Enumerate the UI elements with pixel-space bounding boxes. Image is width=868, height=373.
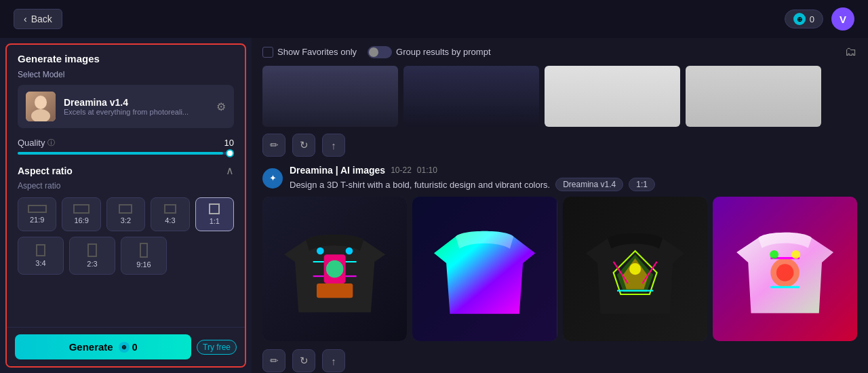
ratio-grid-row1: 21:9 16:9 3:2 4:3 1:1 bbox=[18, 197, 234, 231]
show-favorites-toggle[interactable]: Show Favorites only bbox=[262, 47, 357, 58]
main-layout: Generate images Select Model bbox=[0, 38, 868, 373]
credits-count: 0 bbox=[810, 14, 814, 24]
action-row-bottom: ✏ ↻ ↑ bbox=[262, 349, 857, 372]
edit-button-bottom[interactable]: ✏ bbox=[262, 349, 285, 372]
action-row-top: ✏ ↻ ↑ bbox=[262, 134, 857, 157]
strip-image-4[interactable] bbox=[686, 66, 821, 127]
try-free-tag[interactable]: Try free bbox=[197, 340, 237, 355]
upload-button-bottom[interactable]: ↑ bbox=[322, 349, 345, 372]
generate-label: Generate bbox=[69, 341, 113, 353]
toolbar-left: Show Favorites only Group results by pro… bbox=[262, 46, 491, 58]
topbar: ‹ Back ⊕ 0 V bbox=[0, 0, 868, 38]
ratio-btn-3:2[interactable]: 3:2 bbox=[106, 197, 145, 231]
grid-image-3[interactable] bbox=[563, 197, 707, 341]
svg-point-5 bbox=[326, 260, 344, 278]
left-panel: Generate images Select Model bbox=[5, 43, 246, 368]
ratio-btn-4:3[interactable]: 4:3 bbox=[151, 197, 189, 231]
prompt-source: Dreamina | AI images bbox=[290, 165, 385, 176]
credits-badge: ⊕ 0 bbox=[785, 9, 823, 28]
refresh-button-bottom[interactable]: ↻ bbox=[292, 349, 315, 372]
svg-point-24 bbox=[776, 264, 794, 281]
edit-button[interactable]: ✏ bbox=[262, 134, 285, 157]
svg-rect-10 bbox=[317, 283, 353, 298]
svg-point-28 bbox=[791, 250, 800, 259]
back-label: Back bbox=[31, 14, 52, 24]
panel-content: Select Model bbox=[7, 70, 245, 327]
ratio-btn-21:9[interactable]: 21:9 bbox=[18, 197, 56, 231]
generate-bar: Generate ⊕ 0 Try free bbox=[7, 327, 245, 366]
folder-button[interactable]: 🗂 bbox=[845, 45, 857, 59]
grid-image-1[interactable] bbox=[262, 197, 407, 341]
back-arrow-icon: ‹ bbox=[24, 14, 27, 24]
ratio-btn-2:3[interactable]: 2:3 bbox=[69, 237, 115, 275]
aspect-ratio-title: Aspect ratio bbox=[18, 165, 73, 176]
ratio-btn-1:1[interactable]: 1:1 bbox=[195, 197, 234, 231]
upload-button[interactable]: ↑ bbox=[322, 134, 345, 157]
svg-point-1 bbox=[35, 96, 47, 109]
ratio-btn-3:4[interactable]: 3:4 bbox=[18, 237, 64, 275]
ratio-badge: 1:1 bbox=[629, 178, 655, 191]
ai-avatar: ✦ bbox=[262, 168, 283, 189]
model-description: Excels at everything from photoreali... bbox=[64, 108, 208, 116]
topbar-right: ⊕ 0 V bbox=[785, 7, 854, 31]
avatar[interactable]: V bbox=[831, 7, 854, 31]
panel-title: Generate images bbox=[7, 45, 245, 70]
generate-button[interactable]: Generate ⊕ 0 bbox=[15, 334, 191, 359]
strip-image-1[interactable] bbox=[262, 66, 398, 127]
svg-point-11 bbox=[317, 248, 324, 255]
quality-label: Quality ⓘ bbox=[18, 138, 55, 148]
credits-icon: ⊕ bbox=[793, 13, 806, 25]
gen-credits-icon: ⊕ bbox=[119, 342, 130, 353]
model-selector[interactable]: Dreamina v1.4 Excels at everything from … bbox=[18, 85, 234, 128]
right-panel: Show Favorites only Group results by pro… bbox=[252, 38, 868, 373]
refresh-button[interactable]: ↻ bbox=[292, 134, 315, 157]
favorites-checkbox[interactable] bbox=[262, 47, 273, 58]
aspect-collapse-icon[interactable]: ∧ bbox=[226, 164, 234, 177]
model-name: Dreamina v1.4 bbox=[64, 97, 208, 108]
grid-image-4[interactable] bbox=[713, 197, 857, 341]
ratio-grid-row2: 3:4 2:3 9:16 bbox=[18, 237, 167, 275]
aspect-sublabel: Aspect ratio bbox=[18, 181, 234, 191]
model-thumbnail bbox=[26, 92, 56, 121]
aspect-section-header: Aspect ratio ∧ bbox=[18, 164, 234, 177]
grid-image-2[interactable] bbox=[412, 197, 557, 341]
ratio-btn-16:9[interactable]: 16:9 bbox=[62, 197, 100, 231]
model-settings-icon[interactable]: ⚙ bbox=[216, 100, 226, 113]
quality-info-icon: ⓘ bbox=[47, 138, 55, 148]
image-strip bbox=[262, 66, 857, 127]
quality-value: 10 bbox=[224, 138, 234, 148]
quality-slider[interactable] bbox=[18, 152, 234, 155]
prompt-clock: 01:10 bbox=[417, 165, 437, 175]
group-results-toggle[interactable]: Group results by prompt bbox=[368, 46, 490, 58]
prompt-date: 10-22 bbox=[391, 165, 412, 175]
quality-row: Quality ⓘ 10 bbox=[18, 138, 234, 148]
svg-point-21 bbox=[629, 263, 641, 275]
model-section-label: Select Model bbox=[18, 70, 234, 79]
ratio-btn-9:16[interactable]: 9:16 bbox=[121, 237, 167, 275]
model-info: Dreamina v1.4 Excels at everything from … bbox=[64, 97, 208, 116]
prompt-text: Design a 3D T-shirt with a bold, futuris… bbox=[290, 180, 550, 190]
strip-image-2[interactable] bbox=[403, 66, 539, 127]
strip-image-3[interactable] bbox=[545, 66, 680, 127]
prompt-info-row: ✦ Dreamina | AI images 10-22 01:10 Desig… bbox=[262, 165, 857, 191]
svg-point-12 bbox=[346, 248, 353, 255]
back-button[interactable]: ‹ Back bbox=[14, 9, 62, 29]
svg-point-27 bbox=[770, 250, 778, 259]
group-toggle[interactable] bbox=[368, 46, 392, 58]
image-grid bbox=[262, 197, 857, 341]
toolbar-row: Show Favorites only Group results by pro… bbox=[262, 45, 857, 59]
generate-credits: ⊕ 0 bbox=[119, 342, 138, 353]
model-badge: Dreamina v1.4 bbox=[555, 178, 623, 191]
